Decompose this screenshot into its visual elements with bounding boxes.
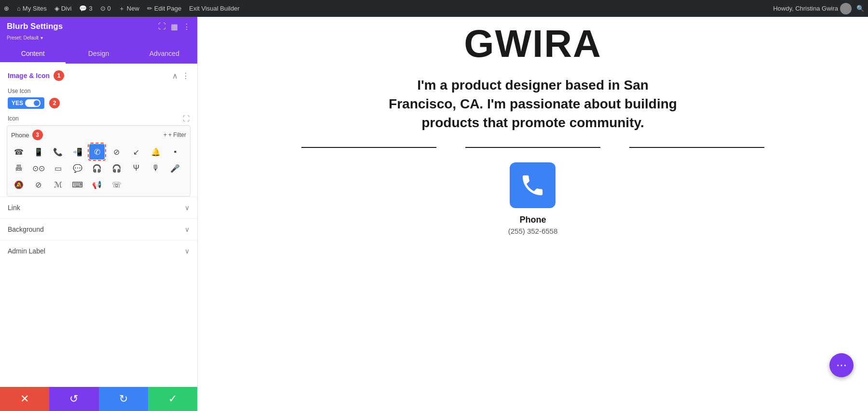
chevron-up-icon[interactable]: ∧ (172, 71, 178, 80)
use-icon-toggle[interactable]: YES (8, 97, 44, 109)
filter-button[interactable]: + + Filter (163, 132, 186, 138)
filter-icon: + (163, 132, 167, 138)
sidebar-header-icons: ⛶ ▦ ⋮ (158, 22, 190, 31)
edit-page-btn[interactable]: ✏ Edit Page (147, 5, 181, 12)
check-icon: ✓ (168, 393, 177, 405)
sidebar-header: Blurb Settings ⛶ ▦ ⋮ Preset: Default ▾ (0, 17, 197, 45)
chevron-down-icon-admin: ∨ (185, 247, 190, 255)
sidebar-content: Image & Icon 1 ∧ ⋮ Use Icon YES (0, 64, 197, 387)
contact-label: Phone (519, 215, 546, 225)
fab-button[interactable]: ⋯ (829, 353, 854, 377)
image-icon-section-header: Image & Icon 1 ∧ ⋮ (0, 64, 197, 86)
chevron-down-icon: ∨ (185, 204, 190, 212)
icon-cell-phone-rounded[interactable]: ✆ (89, 144, 105, 159)
icon-picker-label-row: Icon ⛶ (0, 113, 197, 125)
contact-section: Phone (255) 352-6558 (508, 162, 558, 235)
background-title: Background (8, 225, 44, 233)
icon-search-badge: 3 (32, 130, 43, 140)
link-title: Link (8, 204, 20, 212)
comments-menu[interactable]: 💬 3 (79, 5, 92, 12)
divider-right (629, 147, 764, 148)
icon-cell-speaker[interactable]: 📢 (89, 177, 105, 192)
redo-icon: ↻ (119, 393, 128, 405)
redo-button[interactable]: ↻ (99, 387, 148, 411)
bio-text: I'm a product designer based in San Fran… (376, 76, 690, 133)
search-btn[interactable]: 🔍 (856, 5, 864, 12)
new-menu[interactable]: ＋ New (119, 4, 139, 13)
divider-center (465, 147, 600, 148)
columns-icon[interactable]: ▦ (171, 22, 178, 31)
icon-cell-chat[interactable]: 💬 (70, 160, 85, 176)
icon-cell-mic[interactable]: 🎙 (148, 160, 163, 176)
contact-value: (255) 352-6558 (508, 227, 558, 235)
my-sites-menu[interactable]: ⌂ My Sites (17, 5, 47, 12)
divider-row (198, 147, 868, 148)
section-actions: ∧ ⋮ (172, 71, 190, 80)
kebab-icon[interactable]: ⋮ (183, 22, 190, 31)
icon-cell-phone-dark[interactable]: ▪ (167, 144, 183, 159)
image-icon-badge: 1 (54, 70, 64, 81)
wordpress-icon: ⊕ (4, 5, 9, 12)
use-icon-label: Use Icon (8, 88, 190, 94)
bubble-icon: ⊙ (100, 5, 106, 12)
fullscreen-icon[interactable]: ⛶ (158, 22, 166, 31)
expand-icon[interactable]: ⛶ (183, 115, 190, 122)
admin-label-section[interactable]: Admin Label ∨ (0, 240, 197, 262)
exit-vb-btn[interactable]: Exit Visual Builder (189, 5, 240, 12)
icon-cell-mic-mute[interactable]: ⊘ (31, 177, 46, 192)
icon-cell-fax[interactable]: 🖷 (11, 160, 27, 176)
icon-cell-tablet[interactable]: ▭ (50, 160, 66, 176)
preset-label[interactable]: Preset: Default ▾ (7, 34, 190, 41)
icon-cell-headphone2[interactable]: Ψ (128, 160, 144, 176)
comment-icon: 💬 (79, 5, 87, 12)
icon-cell-phone-alt[interactable]: 📞 (50, 144, 66, 159)
divi-menu[interactable]: ◈ Divi (54, 5, 72, 12)
icon-cell-phone[interactable]: ☎ (11, 144, 27, 159)
icon-picker-container: Phone 3 + + Filter ☎📱📞📲✆⊘↙🔔▪🖷⊙⊙▭💬🎧🎧Ψ🎙🎤🔕⊘… (7, 125, 190, 197)
icon-cell-mobile[interactable]: 📱 (31, 144, 46, 159)
icon-cell-headset[interactable]: 🎧 (89, 160, 105, 176)
icon-cell-mic2[interactable]: 🎤 (167, 160, 183, 176)
chevron-down-icon-bg: ∨ (185, 225, 190, 233)
phone-icon (519, 172, 546, 199)
icon-cell-keyboard[interactable]: ⌨ (70, 177, 85, 192)
more-options-icon[interactable]: ⋮ (182, 71, 190, 80)
sidebar-title: Blurb Settings (7, 22, 63, 31)
cancel-button[interactable]: ✕ (0, 387, 49, 411)
dots-icon: ⋯ (836, 359, 847, 371)
save-button[interactable]: ✓ (148, 387, 197, 411)
sidebar-tabs: Content Design Advanced (0, 45, 197, 64)
icon-cell-phone-volume[interactable]: 🔔 (148, 144, 163, 159)
divider-left (301, 147, 436, 148)
icon-cell-headphone[interactable]: 🎧 (109, 160, 124, 176)
tab-content[interactable]: Content (0, 45, 66, 64)
icon-cell-phone-incoming[interactable]: ↙ (128, 144, 144, 159)
howdy-user[interactable]: Howdy, Christina Gwira (773, 3, 852, 14)
use-icon-badge2: 2 (49, 98, 60, 108)
undo-button[interactable]: ↺ (49, 387, 98, 411)
icon-cell-phone-cross[interactable]: ⊘ (109, 144, 124, 159)
icon-cell-phone-square[interactable]: 📲 (70, 144, 85, 159)
bubbles-menu[interactable]: ⊙ 0 (100, 5, 111, 12)
top-bar: ⊕ ⌂ My Sites ◈ Divi 💬 3 ⊙ 0 ＋ New ✏ Edit… (0, 0, 868, 17)
top-bar-right: Howdy, Christina Gwira 🔍 (773, 3, 864, 14)
search-icon: 🔍 (856, 5, 864, 12)
main-layout: Blurb Settings ⛶ ▦ ⋮ Preset: Default ▾ C… (0, 17, 868, 411)
icon-search-term: Phone (11, 132, 29, 139)
icon-grid: ☎📱📞📲✆⊘↙🔔▪🖷⊙⊙▭💬🎧🎧Ψ🎙🎤🔕⊘ℳ⌨📢☏ (11, 144, 186, 192)
avatar (840, 3, 852, 14)
icon-cell-telephone-relay[interactable]: ☏ (109, 177, 124, 192)
tab-advanced[interactable]: Advanced (132, 45, 197, 64)
tab-design[interactable]: Design (66, 45, 131, 64)
wp-icon[interactable]: ⊕ (4, 5, 9, 12)
link-section[interactable]: Link ∨ (0, 197, 197, 218)
undo-icon: ↺ (69, 393, 78, 405)
icon-cell-mic-small[interactable]: ℳ (50, 177, 66, 192)
section-title-row: Image & Icon 1 (8, 70, 64, 81)
icon-cell-mic-off[interactable]: 🔕 (11, 177, 27, 192)
image-icon-title: Image & Icon (8, 72, 50, 80)
background-section[interactable]: Background ∨ (0, 218, 197, 240)
chevron-down-icon: ▾ (41, 35, 43, 40)
house-icon: ⌂ (17, 5, 21, 12)
icon-cell-voicemail[interactable]: ⊙⊙ (31, 160, 46, 176)
